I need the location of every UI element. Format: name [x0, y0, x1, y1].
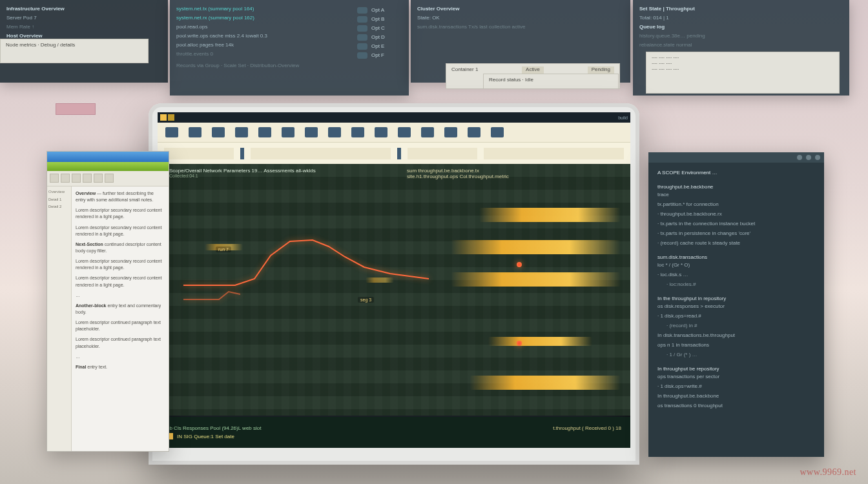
log-line: os transactions 0 throughput [657, 402, 816, 410]
doc-paragraph: … [76, 354, 165, 360]
status-bar: db Cls Responses Pool (94.26)L web slot … [158, 417, 630, 448]
app-icon [160, 114, 167, 121]
titlebar-icons [160, 114, 174, 121]
doc-paragraph: Another-block entry text and commentary … [76, 303, 165, 316]
tab-item[interactable] [165, 127, 178, 137]
sidebar-item[interactable]: Detail 1 [48, 197, 70, 203]
doc-paragraph: Lorem descriptor continued paragraph tex… [76, 319, 165, 332]
doc-paragraph: Lorem descriptor secondary record conten… [76, 258, 165, 271]
log-line: · tx.parts in the connection instance bu… [657, 220, 816, 228]
log-line: · 1 / Gr (* ) … [657, 351, 816, 359]
status-text: db Cls Responses Pool (94.26)L web slot [167, 425, 261, 431]
bg-panel-b: system.net.tx (summary pool 164) system.… [170, 0, 409, 96]
log-line: ops n 1 in transactions [657, 341, 816, 349]
doc-paragraph: Final entry text. [76, 364, 165, 370]
section-heading: throughput.be.backbone [657, 183, 816, 191]
titlebar-label: build [618, 116, 628, 120]
toolbar-button[interactable] [50, 174, 59, 183]
panel-b-option[interactable]: Opt D [357, 34, 402, 41]
log-line: loc * / (Gr * O) [657, 261, 816, 269]
log-line: · 1 disk.ops=write.# [657, 383, 816, 390]
tab-item[interactable] [328, 127, 341, 137]
cell-ref[interactable] [164, 148, 234, 159]
status-secondary: IN SIG Queue:1 Set date [167, 433, 621, 439]
section-heading: In the throughput in repository [657, 295, 816, 303]
tab-item[interactable] [468, 127, 480, 137]
tab-item[interactable] [375, 127, 388, 137]
separator-icon [397, 148, 401, 159]
left-document-window: Overview Detail 1 Detail 2 Overview — fu… [46, 151, 169, 452]
doc-paragraph: Next-Section continued descriptor conten… [76, 241, 165, 254]
tab-item[interactable] [189, 127, 202, 137]
tab-item[interactable] [212, 127, 225, 137]
left-window-menubar[interactable] [47, 162, 169, 171]
separator-icon [240, 148, 244, 159]
tab-item[interactable] [351, 127, 364, 137]
doc-paragraph: Lorem descriptor secondary record conten… [76, 275, 165, 288]
panel-b-option[interactable]: Opt F [357, 52, 402, 59]
panel-b-option[interactable]: Opt B [357, 15, 402, 23]
tab-item[interactable] [398, 127, 411, 137]
left-window-titlebar[interactable] [47, 152, 169, 162]
toolbar-button[interactable] [72, 174, 81, 183]
doc-paragraph: Lorem descriptor continued paragraph tex… [76, 336, 165, 349]
section-heading: sum.disk.transactions [657, 254, 816, 261]
cell-aux[interactable] [408, 148, 477, 159]
right-window-titlebar[interactable] [648, 152, 824, 163]
left-window-toolbar [47, 171, 169, 187]
toolbar-button[interactable] [83, 174, 92, 183]
tab-item[interactable] [421, 127, 434, 137]
panel-b-option[interactable]: Opt C [357, 25, 402, 32]
formula-bar [158, 142, 630, 164]
left-window-document[interactable]: Overview — further text describing the e… [72, 187, 169, 451]
log-line: · (record) cache route k steady state [657, 239, 816, 247]
log-line: trace [657, 191, 816, 199]
log-line: os disk.responses > executor [657, 303, 816, 310]
left-window-sidebar: Overview Detail 1 Detail 2 [47, 187, 72, 451]
panel-b-option[interactable]: Opt E [357, 43, 402, 50]
tab-item[interactable] [305, 127, 318, 137]
tab-strip [158, 123, 630, 142]
panel-b-option[interactable]: Opt A [357, 6, 402, 14]
tab-item[interactable] [282, 127, 294, 137]
watermark: www.9969.net [800, 467, 856, 478]
chart-tag: run 7 [216, 247, 231, 252]
monitor-frame: build [149, 103, 639, 465]
tab-item[interactable] [491, 127, 504, 137]
bg-panel-a-note: Node metrics · Debug / details [0, 39, 149, 63]
doc-paragraph: Lorem descriptor secondary record conten… [76, 207, 165, 220]
svg-point-1 [517, 341, 521, 345]
section-heading: In throughput be repository [657, 365, 816, 373]
formula-input[interactable] [251, 148, 391, 159]
app-icon [168, 114, 174, 121]
sidebar-item[interactable]: Overview [48, 189, 70, 196]
window-control-icon[interactable] [806, 155, 811, 160]
toolbar-button[interactable] [94, 174, 103, 183]
status-text: t.throughput ( Received 0 ) 18 [553, 425, 621, 431]
sidebar-item[interactable]: Detail 2 [48, 204, 70, 210]
doc-paragraph: Overview — further text describing the e… [76, 190, 165, 203]
window-control-icon[interactable] [815, 155, 820, 160]
right-window-body[interactable]: A SCOPE Environment … throughput.be.back… [648, 163, 824, 418]
doc-paragraph: Lorem descriptor secondary record conten… [76, 225, 165, 237]
cell-aux[interactable] [484, 148, 624, 159]
log-line: · tx.parts in persistence in changes 'co… [657, 230, 816, 237]
chart-viewport[interactable]: Scope/Overall Network Parameters 19… Ass… [158, 164, 630, 416]
chart-trace [158, 164, 610, 416]
decorative-chip [56, 103, 96, 115]
tab-item[interactable] [444, 127, 457, 137]
window-control-icon[interactable] [797, 155, 802, 160]
window-titlebar: build [158, 112, 630, 123]
log-line: · loc:nodes.# [657, 281, 816, 288]
doc-paragraph: … [76, 292, 165, 299]
log-line: In throughput.be.backbone [657, 392, 816, 400]
log-line: In disk.transactions.be.throughput [657, 332, 816, 339]
chart-tag: seg 3 [358, 297, 374, 303]
tab-item[interactable] [258, 127, 271, 137]
svg-point-0 [517, 263, 521, 267]
toolbar-button[interactable] [61, 174, 70, 183]
toolbar-button[interactable] [105, 174, 114, 183]
bg-panel-d-grid: ···· ···· ···· ···· ···· ···· ···· ···· … [646, 52, 840, 94]
tab-item[interactable] [235, 127, 248, 137]
log-line: tx.partition.* for connection [657, 201, 816, 208]
